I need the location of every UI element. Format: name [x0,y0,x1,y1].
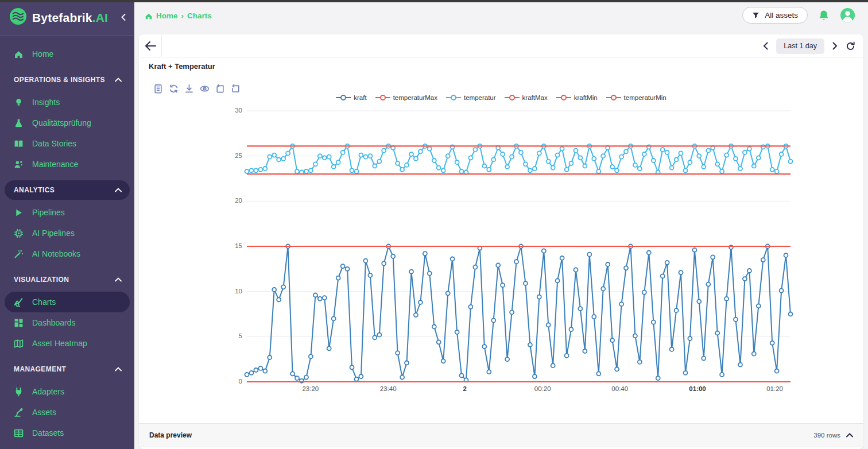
data-view-icon [153,84,163,94]
brand-row: Bytefabrik.AI [0,0,134,36]
sidebar-item-ai-notebooks[interactable]: AI Notebooks [0,243,134,264]
sidebar-section-management[interactable]: MANAGEMENT [0,359,134,379]
x-tick-label: 2 [445,385,485,392]
sidebar-item-charts[interactable]: Charts [5,292,130,312]
download-button[interactable] [184,84,194,95]
sidebar-item-home[interactable]: Home [0,44,134,64]
sidebar-item-qualitätsprüfung[interactable]: Qualitätsprüfung [0,113,134,133]
breadcrumb-home[interactable]: Home [156,11,178,20]
wand-icon [14,249,24,259]
sidebar-collapse-button[interactable] [121,14,126,22]
sidebar-section-visualization[interactable]: VISUALIZATION [0,270,134,289]
x-axis-labels: 23:2023:40200:2000:4001:0001:20 [247,385,790,394]
user-menu-button[interactable] [840,7,855,23]
data-preview-bar[interactable]: Data preview 390 rows [139,423,863,447]
sidebar-item-label: Datasets [32,428,64,438]
x-tick-label: 01:20 [755,385,795,392]
asset-filter-button[interactable]: All assets [742,7,808,24]
sidebar-item-assets[interactable]: Assets [0,402,134,423]
sidebar-item-label: Pipelines [32,208,65,217]
x-tick-label: 23:20 [290,385,331,392]
chevron-up-icon [115,78,122,82]
sidebar-section-analytics[interactable]: ANALYTICS [5,180,130,200]
legend-item-kraftMin[interactable]: kraftMin [556,94,598,101]
legend-marker-icon [446,94,461,101]
sidebar-item-insights[interactable]: Insights [0,92,134,113]
row-count: 390 rows [813,432,840,439]
lightbulb-icon [14,98,24,107]
time-range-button[interactable]: Last 1 day [776,38,824,54]
toggle-visibility-icon [200,84,210,94]
chart-toolbar [153,84,241,95]
sidebar-section-label: OPERATIONS & INSIGHTS [14,76,105,84]
y-tick-label: 25 [219,152,242,159]
legend-item-temperatur[interactable]: temperatur [446,94,496,101]
sidebar-section-label: ANALYTICS [14,186,55,194]
range-prev-button[interactable] [763,42,768,50]
chevron-up-icon [115,367,122,371]
download-icon [184,84,194,94]
legend-label: temperaturMax [393,94,437,101]
data-preview-label: Data preview [149,431,192,439]
legend-marker-icon [606,94,621,101]
notifications-button[interactable] [817,9,830,22]
zoom-reset-button[interactable] [231,84,241,95]
y-tick-label: 30 [219,107,242,114]
plot-area [247,111,790,382]
sidebar-item-adapters[interactable]: Adapters [0,381,134,402]
topbar: Home › Charts All assets [134,0,868,32]
chevron-up-icon [846,433,853,438]
sidebar-item-ai-pipelines[interactable]: AI Pipelines [0,223,134,243]
legend-item-kraftMax[interactable]: kraftMax [505,94,548,101]
data-view-button[interactable] [153,84,163,95]
sidebar-item-pipelines[interactable]: Pipelines [0,202,134,223]
legend-label: kraft [354,94,366,101]
sidebar-item-label: Insights [32,98,60,107]
sidebar-item-dashboards[interactable]: Dashboards [0,312,134,333]
sidebar-item-label: AI Notebooks [32,249,80,258]
y-tick-label: 20 [219,197,242,204]
chevron-right-icon [832,42,838,50]
legend-marker-icon [505,94,520,101]
back-button[interactable] [139,34,162,57]
range-next-button[interactable] [832,42,838,50]
toggle-visibility-button[interactable] [200,84,210,95]
restore-icon [169,84,179,94]
legend-marker-icon [336,94,351,101]
collapse-preview-button[interactable] [846,433,853,438]
sidebar-section-label: MANAGEMENT [14,365,66,373]
sidebar-item-asset-heatmap[interactable]: Asset Heatmap [0,333,134,354]
y-tick-label: 0 [219,378,242,385]
sidebar-item-datasets[interactable]: Datasets [0,423,134,443]
zoom-select-icon [215,84,225,94]
time-range-controls: Last 1 day [763,34,855,57]
refresh-button[interactable] [846,41,855,51]
sidebar-item-label: AI Pipelines [32,229,75,238]
sidebar-item-data-stories[interactable]: Data Stories [0,133,134,154]
restore-button[interactable] [169,84,179,95]
chart-icon [14,297,24,307]
home-icon [145,12,153,20]
line-chart[interactable] [247,111,790,382]
legend-item-kraft[interactable]: kraft [336,94,366,101]
sidebar-item-label: Home [32,49,53,59]
bytefabrik-logo-icon [9,7,27,28]
map-icon [14,339,24,349]
bell-icon [817,9,830,22]
people-icon [14,160,24,169]
zoom-select-button[interactable] [215,84,225,95]
chart-card-header: Last 1 day [139,34,863,57]
sidebar-item-label: Adapters [32,387,64,396]
y-tick-label: 5 [219,332,242,339]
legend-label: temperaturMin [624,94,666,101]
sidebar-item-label: Maintenance [32,160,78,169]
x-tick-label: 01:00 [677,385,718,392]
home-icon [14,49,24,59]
legend-item-temperaturMax[interactable]: temperaturMax [375,94,437,101]
sidebar-nav: HomeOPERATIONS & INSIGHTSInsightsQualitä… [0,36,134,443]
sidebar-item-maintenance[interactable]: Maintenance [0,154,134,175]
table-icon [14,428,24,438]
x-tick-label: 23:40 [368,385,408,392]
sidebar-section-operations-insights[interactable]: OPERATIONS & INSIGHTS [0,70,134,90]
legend-item-temperaturMin[interactable]: temperaturMin [606,94,666,101]
